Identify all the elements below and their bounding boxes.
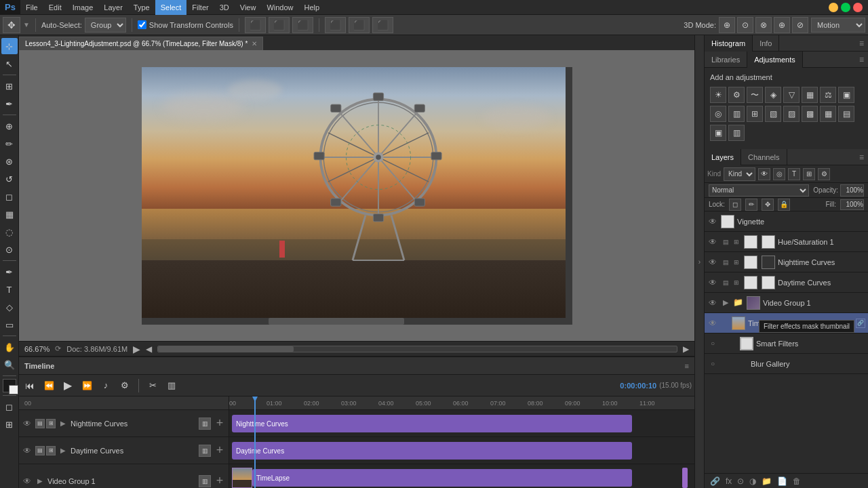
- lock-all-icon[interactable]: 🔒: [778, 199, 790, 211]
- play-btn[interactable]: ▶: [60, 378, 76, 394]
- menu-edit[interactable]: Edit: [43, 0, 67, 15]
- layer-filter-icon1[interactable]: 👁: [758, 168, 770, 180]
- menu-type[interactable]: Type: [128, 0, 155, 15]
- pen-tool[interactable]: ✒: [1, 264, 18, 280]
- adjustments-tab[interactable]: Adjustments: [747, 52, 803, 68]
- auto-select-dropdown[interactable]: Group Layer: [85, 18, 126, 33]
- move-tool-icon[interactable]: ✥: [3, 17, 20, 33]
- audio-btn[interactable]: ♪: [98, 378, 114, 394]
- document-tab[interactable]: Lesson4_3-LightingAdjustment.psd @ 66.7%…: [19, 37, 263, 50]
- adj-threshold-icon[interactable]: ▩: [802, 106, 818, 122]
- layer-blur-gallery[interactable]: ○ Blur Gallery: [705, 354, 868, 374]
- hue-icon2[interactable]: ⊞: [732, 237, 741, 247]
- canvas-scroll-vertical[interactable]: [566, 67, 572, 325]
- adj-curves-icon[interactable]: 〜: [747, 87, 763, 103]
- align-center-h-icon[interactable]: ⬛: [269, 17, 290, 33]
- layer-nighttime[interactable]: 👁 ▤ ⊞ Nighttime Curves: [705, 252, 868, 272]
- shape-tool[interactable]: ▭: [1, 317, 18, 333]
- add-to-nighttime-btn[interactable]: +: [214, 418, 226, 430]
- timeline-play-icon[interactable]: ▶: [133, 344, 140, 354]
- layer-filter-icon4[interactable]: ⊞: [803, 168, 815, 180]
- menu-window[interactable]: Window: [261, 0, 298, 15]
- link-layers-btn[interactable]: 🔗: [710, 476, 720, 486]
- menu-file[interactable]: File: [20, 0, 43, 15]
- layer-vignette[interactable]: 👁 Vignette: [705, 211, 868, 232]
- adj-posterize-icon[interactable]: ▨: [783, 106, 800, 122]
- menu-view[interactable]: View: [235, 0, 262, 15]
- add-to-video-btn[interactable]: +: [214, 475, 226, 487]
- history-brush-tool[interactable]: ↺: [1, 171, 18, 187]
- layer-smart-filters[interactable]: ○ Filter effects mask thumbnail Smart Fi…: [705, 333, 868, 354]
- gradient-tool[interactable]: ▦: [1, 206, 18, 222]
- menu-filter[interactable]: Filter: [186, 0, 214, 15]
- timelapse-link-icon[interactable]: 🔗: [856, 319, 865, 328]
- layer-video-group[interactable]: 👁 ▶ 📁 Video Group 1: [705, 293, 868, 313]
- layer-eye-hue[interactable]: 👁: [707, 237, 718, 247]
- zoom-tool[interactable]: 🔍: [1, 357, 18, 373]
- create-group-btn[interactable]: 📁: [762, 476, 772, 486]
- settings-btn[interactable]: ⚙: [117, 378, 133, 394]
- lock-transparent-icon[interactable]: ◻: [729, 199, 741, 211]
- track-icon4[interactable]: ⊞: [46, 446, 56, 455]
- track-icon1[interactable]: ▤: [35, 419, 45, 428]
- layer-filter-icon2[interactable]: ◎: [773, 168, 785, 180]
- transition-btn[interactable]: ▥: [163, 378, 180, 394]
- healing-brush-tool[interactable]: ⊕: [1, 118, 18, 134]
- motion-dropdown[interactable]: Motion: [811, 18, 865, 33]
- rotate-view-icon[interactable]: ⟳: [55, 344, 61, 353]
- layer-daytime[interactable]: 👁 ▤ ⊞ Daytime Curves: [705, 272, 868, 293]
- lock-position-icon[interactable]: ✥: [762, 199, 774, 211]
- 3d-icon4[interactable]: ⊕: [774, 17, 790, 33]
- menu-layer[interactable]: Layer: [98, 0, 128, 15]
- adj-gradient-icon[interactable]: ▥: [728, 125, 745, 141]
- dodge-tool[interactable]: ⊙: [1, 241, 18, 258]
- timeline-panel-menu[interactable]: ≡: [685, 362, 689, 370]
- crop-tool[interactable]: ⊞: [1, 78, 18, 94]
- layer-timelapse[interactable]: 👁 TimeLapse ▶ 🔗: [705, 313, 868, 333]
- layer-kind-dropdown[interactable]: Kind: [724, 167, 755, 181]
- panel-options[interactable]: ≡: [855, 39, 868, 48]
- distribute3-icon[interactable]: ⬛: [372, 17, 393, 33]
- timeline-end-icon[interactable]: ▶: [683, 344, 689, 354]
- collapse-strip[interactable]: ›: [694, 35, 704, 488]
- close-btn[interactable]: [853, 3, 863, 12]
- adj-photo-filter-icon[interactable]: ◎: [710, 106, 726, 122]
- hue-icon1[interactable]: ▤: [721, 237, 730, 247]
- eraser-tool[interactable]: ◻: [1, 188, 18, 205]
- adj-channel-mixer-icon[interactable]: ▥: [728, 106, 745, 122]
- go-to-start-btn[interactable]: ⏮: [22, 378, 38, 394]
- lock-image-icon[interactable]: ✏: [745, 199, 757, 211]
- layer-eye-daytime[interactable]: 👁: [707, 277, 718, 288]
- clone-tool[interactable]: ⊛: [1, 153, 18, 169]
- 3d-icon3[interactable]: ⊗: [755, 17, 772, 33]
- align-right-icon[interactable]: ⬛: [292, 17, 313, 33]
- track-eye-daytime[interactable]: 👁: [22, 445, 33, 456]
- adj-hue-icon[interactable]: ▦: [802, 87, 818, 103]
- track-group-expand-video[interactable]: ▶: [35, 476, 45, 486]
- create-layer-btn[interactable]: 📄: [777, 476, 787, 486]
- 3d-icon2[interactable]: ⊙: [737, 17, 753, 33]
- playhead[interactable]: [254, 396, 256, 488]
- layer-eye-blur[interactable]: ○: [707, 359, 718, 369]
- layer-hue-sat[interactable]: 👁 ▤ ⊞ Hue/Saturation 1: [705, 232, 868, 252]
- blur-tool[interactable]: ◌: [1, 224, 18, 240]
- layers-tab-btn[interactable]: Layers: [705, 149, 741, 165]
- adj-selective-color-icon[interactable]: ▤: [838, 106, 854, 122]
- delete-layer-btn[interactable]: 🗑: [793, 476, 801, 486]
- step-back-btn[interactable]: ⏪: [41, 378, 57, 394]
- layer-eye-nighttime[interactable]: 👁: [707, 257, 718, 268]
- path-tool[interactable]: ◇: [1, 299, 18, 315]
- menu-3d[interactable]: 3D: [214, 0, 235, 15]
- direct-selection-tool[interactable]: ↖: [1, 56, 18, 72]
- maximize-btn[interactable]: [841, 3, 850, 12]
- adj-bw-icon[interactable]: ▣: [838, 87, 854, 103]
- selection-tool[interactable]: ⊹: [1, 38, 18, 54]
- nighttime-bar[interactable]: Nighttime Curves: [232, 415, 632, 432]
- menu-select[interactable]: Select: [155, 0, 187, 15]
- timelapse-bar[interactable]: TimeLapse: [252, 469, 632, 487]
- step-forward-btn[interactable]: ⏩: [79, 378, 95, 394]
- adj-balance-icon[interactable]: ⚖: [820, 87, 836, 103]
- layer-eye-smart[interactable]: ○: [707, 338, 718, 349]
- show-transform-checkbox[interactable]: [138, 20, 146, 29]
- layer-filter-icon5[interactable]: ⚙: [818, 168, 830, 180]
